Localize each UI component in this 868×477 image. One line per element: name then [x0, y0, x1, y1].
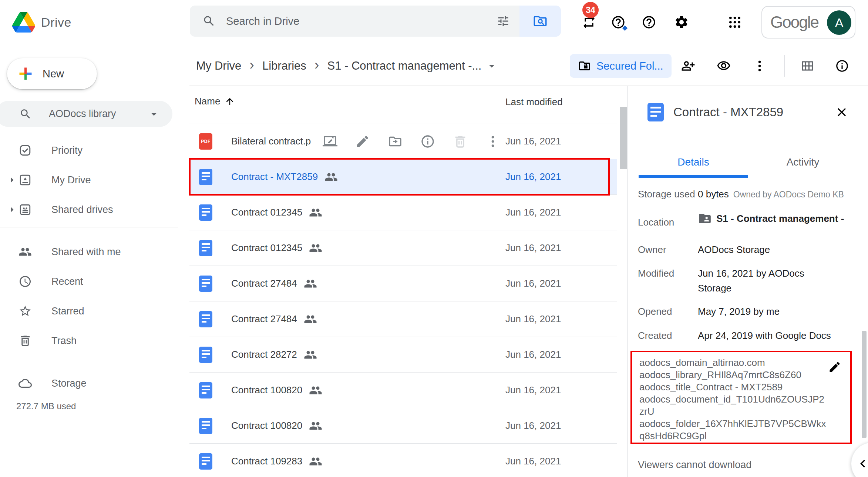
more-vert-icon — [753, 59, 767, 73]
sidebar-item-storage[interactable]: Storage — [0, 368, 189, 398]
file-row[interactable]: Contract - MXT2859Jun 16, 2021 — [189, 159, 617, 195]
header-divider — [189, 123, 617, 123]
docs-file-icon — [199, 347, 212, 363]
window-scrollbar[interactable] — [862, 331, 867, 438]
laptop-edit-button[interactable] — [321, 133, 339, 150]
folder-search-icon — [532, 13, 548, 29]
docs-file-icon — [199, 169, 212, 185]
drive-logo-icon — [12, 12, 35, 33]
aodocs-help-button[interactable] — [609, 13, 627, 31]
expand-arrow-icon[interactable] — [5, 203, 18, 216]
google-apps-button[interactable] — [726, 13, 744, 31]
sidebar-item-label: Shared drives — [51, 204, 113, 216]
breadcrumb-item-my-drive[interactable]: My Drive — [196, 59, 241, 73]
folder-move-button[interactable] — [386, 133, 404, 150]
detail-field-storage-used: Storage used0 bytesOwned by AODocs Demo … — [638, 187, 860, 202]
grid-view-button[interactable] — [798, 57, 816, 75]
field-label: Opened — [638, 304, 698, 319]
sidebar-item-my-drive[interactable]: My Drive — [0, 165, 189, 195]
file-row[interactable]: Contract 28272Jun 16, 2021 — [189, 337, 617, 373]
pencil-button[interactable] — [354, 133, 371, 150]
download-restriction-note: Viewers cannot download — [638, 459, 751, 471]
secured-folder-label: Secured Fol... — [596, 60, 663, 72]
clock-icon — [18, 275, 32, 288]
sidebar-item-trash[interactable]: Trash — [0, 326, 189, 356]
file-row[interactable]: Contract 100820Jun 16, 2021 — [189, 408, 617, 444]
sidebar-group: PriorityMy DriveShared drives — [0, 136, 189, 224]
sidebar-item-starred[interactable]: Starred — [0, 296, 189, 326]
people-icon — [18, 245, 32, 258]
sidebar-group: Shared with meRecentStarredTrash — [0, 237, 189, 356]
settings-button[interactable] — [673, 13, 690, 31]
shared-people-icon — [304, 277, 317, 290]
folder-search-button[interactable] — [519, 6, 561, 37]
shared-people-icon — [309, 241, 322, 255]
breadcrumb: My Drive›Libraries›S1 - Contract managem… — [196, 46, 498, 86]
secured-folder-badge[interactable]: Secured Fol... — [570, 54, 672, 78]
toolbar: My Drive›Libraries›S1 - Contract managem… — [189, 46, 868, 86]
shared-people-icon — [304, 313, 317, 326]
file-row[interactable]: Contract 100820Jun 16, 2021 — [189, 373, 617, 408]
list-scrollbar[interactable] — [620, 107, 627, 169]
library-selector[interactable]: AODocs library — [0, 101, 172, 127]
details-info-button[interactable] — [833, 57, 851, 75]
file-row[interactable]: Contract 012345Jun 16, 2021 — [189, 195, 617, 230]
file-row[interactable]: Contract 27484Jun 16, 2021 — [189, 266, 617, 301]
sidebar-item-priority[interactable]: Priority — [0, 136, 189, 165]
more-vert-button[interactable] — [484, 133, 502, 150]
list-header: Name Last modified — [189, 86, 627, 118]
detail-field-owner: OwnerAODocs Storage — [638, 242, 860, 257]
breadcrumb-separator: › — [306, 57, 327, 75]
gear-icon — [674, 15, 689, 30]
new-button[interactable]: New — [7, 58, 97, 89]
share-button[interactable] — [679, 57, 697, 75]
aodocs-diamond-icon — [621, 24, 629, 32]
details-panel: Contract - MXT2859 DetailsActivity Stora… — [627, 86, 868, 477]
breadcrumb-item-libraries[interactable]: Libraries — [262, 59, 306, 73]
tab-details[interactable]: Details — [639, 146, 748, 178]
tab-activity[interactable]: Activity — [748, 146, 858, 178]
field-value-text: S1 - Contract management - — [716, 211, 844, 226]
last-modified-date: Jun 16, 2021 — [505, 171, 561, 183]
file-name: Contract 28272 — [231, 349, 297, 360]
panel-tabs: DetailsActivity — [639, 146, 858, 178]
sidebar-divider — [0, 227, 178, 227]
file-row[interactable]: PDFBilateral contract.pJun 16, 2021 — [189, 124, 617, 159]
folder-lock-icon — [578, 59, 591, 73]
avatar[interactable]: A — [827, 10, 851, 35]
expand-arrow-icon[interactable] — [5, 173, 18, 187]
file-row[interactable]: Contract 27484Jun 16, 2021 — [189, 301, 617, 337]
field-value: Jun 16, 2021 by AODocs Storage — [698, 266, 860, 296]
edit-description-button[interactable] — [828, 360, 842, 374]
breadcrumb-item-s1-contract-management[interactable]: S1 - Contract management -... — [327, 59, 481, 73]
file-row[interactable]: Contract 109283Jun 16, 2021 — [189, 444, 617, 477]
breadcrumb-separator: › — [241, 57, 262, 75]
drive-logo[interactable]: Drive — [12, 12, 71, 33]
shared-people-icon — [309, 455, 322, 468]
info-button[interactable] — [419, 133, 437, 150]
account-pill: Google A — [761, 6, 855, 39]
sidebar-item-shared-drives[interactable]: Shared drives — [0, 195, 189, 224]
search-icon[interactable] — [202, 14, 216, 28]
close-panel-button[interactable] — [835, 105, 850, 120]
search-input[interactable] — [226, 15, 497, 27]
detail-field-modified: ModifiedJun 16, 2021 by AODocs Storage — [638, 266, 860, 296]
visibility-button[interactable] — [715, 57, 733, 75]
pencil-icon — [828, 360, 841, 374]
sidebar-item-recent[interactable]: Recent — [0, 267, 189, 296]
search-options-icon[interactable] — [497, 14, 510, 28]
docs-file-icon — [199, 453, 212, 470]
sidebar-item-shared-with-me[interactable]: Shared with me — [0, 237, 189, 267]
field-label: Created — [638, 328, 698, 343]
name-column-header[interactable]: Name — [195, 96, 235, 107]
more-actions-button[interactable] — [751, 57, 768, 75]
help-button[interactable] — [640, 13, 658, 31]
last-modified-column-header[interactable]: Last modified — [505, 96, 563, 108]
breadcrumb-caret-icon[interactable] — [485, 59, 498, 73]
file-row[interactable]: Contract 012345Jun 16, 2021 — [189, 230, 617, 266]
storage-used: 272.7 MB used — [16, 401, 76, 411]
plus-icon — [17, 66, 34, 82]
last-modified-date: Jun 16, 2021 — [505, 278, 561, 289]
last-modified-date: Jun 16, 2021 — [505, 207, 561, 218]
trash-button[interactable] — [451, 133, 469, 150]
